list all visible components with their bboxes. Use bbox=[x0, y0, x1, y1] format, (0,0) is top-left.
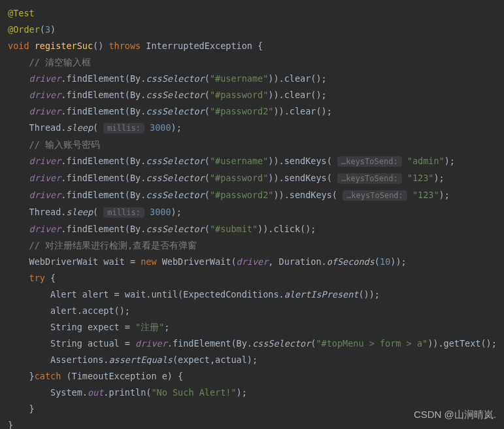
method-name: registerSuc bbox=[35, 41, 93, 51]
annotation-order: @Order bbox=[8, 24, 40, 35]
comment: // 对注册结果进行检测,查看是否有弹窗 bbox=[29, 240, 197, 250]
code-block: @Test @Order(3) void registerSuc() throw… bbox=[0, 0, 504, 429]
param-hint: …keysToSend: bbox=[337, 156, 402, 167]
param-hint: …keysToSend: bbox=[343, 190, 407, 201]
annotation-test: @Test bbox=[8, 8, 35, 18]
param-hint: millis: bbox=[103, 207, 144, 218]
param-hint: …keysToSend: bbox=[337, 173, 402, 184]
comment: // 输入账号密码 bbox=[29, 139, 100, 150]
watermark: CSDN @山涧晴岚. bbox=[414, 406, 496, 422]
comment: // 清空输入框 bbox=[29, 57, 91, 67]
param-hint: millis: bbox=[103, 123, 144, 133]
